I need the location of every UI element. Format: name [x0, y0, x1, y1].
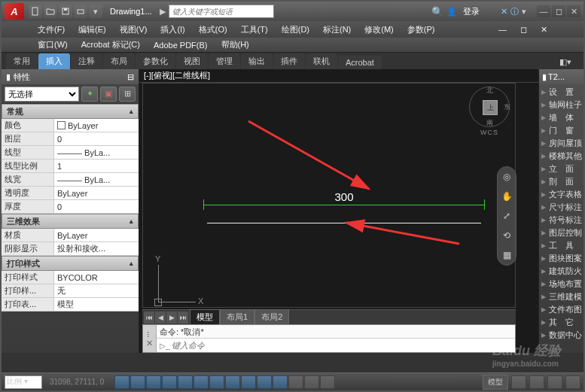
palette-item[interactable]: ▶轴网柱子: [539, 99, 583, 111]
login-button[interactable]: 登录: [460, 6, 483, 17]
nav-showmotion-icon[interactable]: ▦: [500, 248, 513, 262]
nav-wheel-icon[interactable]: ◎: [500, 170, 513, 184]
menu-dim[interactable]: 标注(N): [317, 23, 357, 37]
doc-close[interactable]: ✕: [535, 23, 553, 36]
nav-zoom-icon[interactable]: ⤢: [500, 209, 513, 223]
cmd-handle-icon[interactable]: ⫶✕: [143, 325, 157, 352]
palette-item[interactable]: ▶门 窗: [539, 124, 583, 137]
prop-row[interactable]: 线型比例1: [2, 160, 139, 173]
palette-item[interactable]: ▶墙 体: [539, 111, 583, 124]
palette-item[interactable]: ▶立 面: [539, 163, 583, 175]
search-input[interactable]: [172, 8, 270, 16]
prop-group-header[interactable]: 打印样式▴: [2, 256, 139, 271]
tab-insert[interactable]: 插入: [38, 53, 70, 69]
otrack-toggle[interactable]: [209, 375, 224, 389]
dropdown-icon[interactable]: ▾: [89, 5, 102, 18]
palette-item[interactable]: ▶图块图案: [539, 252, 583, 265]
viewcube[interactable]: 北 东 南 上 WCS: [467, 87, 512, 139]
status-extra-3[interactable]: [547, 375, 562, 389]
select-objects-icon[interactable]: ▣: [100, 87, 117, 102]
minimize-button[interactable]: —: [537, 5, 550, 17]
palette-item[interactable]: ▶文件布图: [539, 303, 583, 316]
ducs-toggle[interactable]: [225, 375, 240, 389]
palette-item[interactable]: ▶房间屋顶: [539, 137, 583, 150]
tab-viewtab[interactable]: 视图: [176, 53, 208, 69]
palette-item[interactable]: ▶其 它: [539, 316, 583, 329]
command-input[interactable]: [172, 341, 512, 350]
doc-restore[interactable]: ◻: [514, 23, 533, 36]
menu-view[interactable]: 视图(V): [114, 23, 154, 37]
scale-combo[interactable]: 比例 ▾: [5, 375, 42, 389]
layout-tab-1[interactable]: 布局1: [220, 309, 254, 325]
prop-group-header[interactable]: 常规▴: [2, 104, 139, 119]
palette-item[interactable]: ▶文字表格: [539, 188, 583, 201]
menu-insert[interactable]: 插入(I): [154, 23, 190, 37]
status-extra-1[interactable]: [511, 375, 526, 389]
tab-acrobat[interactable]: Acrobat: [338, 56, 382, 69]
menu-edit[interactable]: 编辑(E): [72, 23, 112, 37]
prop-row[interactable]: 打印表...模型: [2, 298, 139, 311]
ribbon-expand-icon[interactable]: ◧▾: [552, 55, 579, 69]
menu-param[interactable]: 参数(P): [401, 23, 441, 37]
tab-nav-next-icon[interactable]: ▶: [166, 311, 177, 324]
viewport[interactable]: 北 东 南 上 WCS ◎ ✋ ⤢ ⟲ ▦ 300: [142, 83, 516, 308]
menu-help[interactable]: 帮助(H): [215, 38, 255, 52]
menu-tools[interactable]: 工具(T): [235, 23, 274, 37]
menu-acrobat-mark[interactable]: Acrobat 标记(C): [75, 38, 146, 52]
palette-item[interactable]: ▶场地布置: [539, 278, 583, 290]
prop-row[interactable]: 图层0: [2, 132, 139, 146]
nav-orbit-icon[interactable]: ⟲: [500, 229, 513, 242]
tab-layout[interactable]: 布局: [103, 53, 135, 69]
palette-item[interactable]: ▶楼梯其他: [539, 150, 583, 163]
tab-nav-prev-icon[interactable]: ◀: [155, 311, 166, 324]
am-toggle[interactable]: [320, 375, 335, 389]
osnap-toggle[interactable]: [178, 375, 193, 389]
tab-output[interactable]: 输出: [241, 53, 273, 69]
maximize-button[interactable]: ◻: [552, 5, 565, 17]
menu-window[interactable]: 窗口(W): [32, 38, 74, 52]
prop-row[interactable]: 打印样...无: [2, 284, 139, 298]
new-icon[interactable]: [29, 5, 42, 18]
menu-modify[interactable]: 修改(M): [358, 23, 400, 37]
ortho-toggle[interactable]: [146, 375, 161, 389]
tab-addins[interactable]: 插件: [273, 53, 305, 69]
tab-home[interactable]: 常用: [6, 53, 38, 69]
grid-toggle[interactable]: [130, 375, 145, 389]
wcs-label[interactable]: WCS: [467, 129, 512, 136]
print-icon[interactable]: [74, 5, 87, 18]
viewcube-face[interactable]: 上: [483, 100, 498, 115]
layout-tab-2[interactable]: 布局2: [254, 309, 289, 325]
tab-annotate[interactable]: 注释: [71, 53, 102, 69]
status-extra-4[interactable]: [565, 375, 580, 389]
exchange-icon[interactable]: ✕: [501, 7, 507, 17]
prop-group-header[interactable]: 三维效果▴: [2, 214, 139, 229]
dyn-toggle[interactable]: [241, 375, 256, 389]
prop-row[interactable]: 颜色ByLayer: [2, 119, 139, 132]
pin-icon[interactable]: ⊟: [127, 72, 134, 82]
open-icon[interactable]: [44, 5, 57, 18]
prop-row[interactable]: 阴影显示投射和接收...: [2, 242, 139, 256]
menu-format[interactable]: 格式(O): [193, 23, 233, 37]
prop-row[interactable]: 厚度0: [2, 200, 139, 214]
pickadd-icon[interactable]: ⊞: [119, 87, 136, 102]
palette-item[interactable]: ▶数据中心: [539, 329, 583, 342]
status-extra-2[interactable]: [529, 375, 544, 389]
tpy-toggle[interactable]: [273, 375, 288, 389]
palette-item[interactable]: ▶设 置: [539, 86, 583, 99]
doc-minimize[interactable]: —: [492, 23, 513, 35]
tab-parametric[interactable]: 参数化: [136, 53, 175, 69]
3dosnap-toggle[interactable]: [193, 375, 209, 389]
menu-draw[interactable]: 绘图(D): [276, 23, 315, 37]
selection-combo[interactable]: 无选择: [5, 87, 79, 102]
nav-pan-icon[interactable]: ✋: [500, 190, 513, 203]
play-icon[interactable]: ▶: [160, 7, 166, 17]
prop-row[interactable]: 材质ByLayer: [2, 229, 139, 242]
save-icon[interactable]: [59, 5, 72, 18]
palette-item[interactable]: ▶尺寸标注: [539, 201, 583, 214]
prop-row[interactable]: 透明度ByLayer: [2, 187, 139, 200]
prop-row[interactable]: 线型——— ByLa...: [2, 146, 139, 160]
quick-select-icon[interactable]: ✦: [81, 87, 98, 102]
menu-file[interactable]: 文件(F): [32, 23, 71, 37]
tab-nav-first-icon[interactable]: ⏮: [144, 311, 154, 324]
tab-nav-last-icon[interactable]: ⏭: [178, 311, 188, 324]
